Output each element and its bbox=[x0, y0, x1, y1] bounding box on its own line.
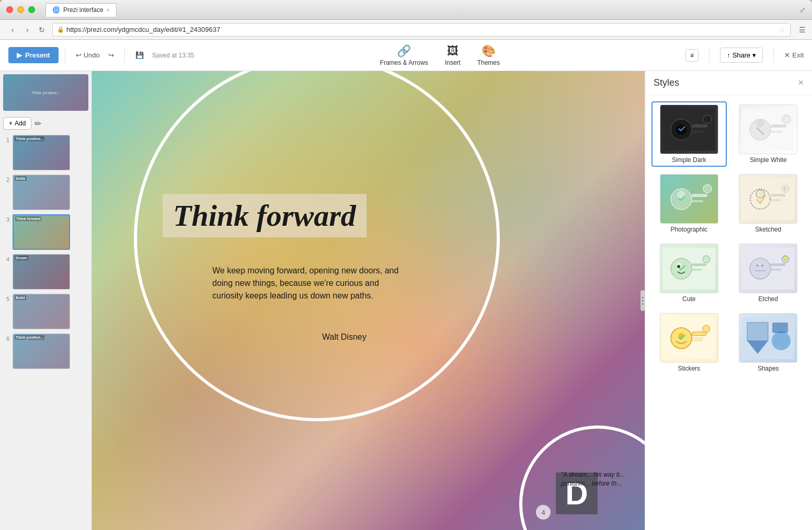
plus-icon: + bbox=[9, 120, 13, 127]
themes-icon: 🎨 bbox=[482, 44, 496, 58]
slide-thumbnail[interactable]: Smile bbox=[13, 175, 70, 210]
svg-point-39 bbox=[783, 256, 787, 260]
maximize-traffic-light[interactable] bbox=[28, 6, 35, 13]
minimize-traffic-light[interactable] bbox=[17, 6, 24, 13]
add-slide-button[interactable]: + Add bbox=[3, 117, 31, 130]
undo-button[interactable]: ↩ Undo bbox=[72, 49, 104, 61]
toolbar-right: ≡ ↑ Share ▾ ✕ Exit bbox=[685, 48, 804, 63]
slide-title-text: Think forward bbox=[173, 199, 356, 233]
slide-item[interactable]: 6 Think positive... bbox=[2, 333, 89, 369]
reload-button[interactable]: ↻ bbox=[36, 24, 48, 36]
svg-point-21 bbox=[756, 190, 764, 198]
toolbar-separator-1 bbox=[65, 48, 65, 63]
exit-x-icon: ✕ bbox=[784, 51, 790, 59]
title-bar: 🌀 Prezi interface × ⤢ bbox=[0, 0, 812, 20]
pen-icon: ✏ bbox=[35, 119, 41, 128]
svg-rect-45 bbox=[692, 338, 702, 341]
tab-close-button[interactable]: × bbox=[107, 7, 110, 13]
svg-rect-51 bbox=[772, 322, 788, 333]
toolbar-separator-3 bbox=[709, 48, 710, 63]
address-bar: ‹ › ↻ 🔒 https://prezi.com/ydgmcdcu_day/e… bbox=[0, 20, 812, 40]
style-item-stickers[interactable]: Stickers bbox=[651, 310, 727, 375]
style-thumb-cute bbox=[660, 244, 718, 293]
themes-button[interactable]: 🎨 Themes bbox=[477, 44, 500, 66]
svg-rect-30 bbox=[692, 263, 706, 266]
style-label-sketched: Sketched bbox=[755, 226, 781, 233]
window-resize-button[interactable]: ⤢ bbox=[799, 6, 806, 14]
pen-button[interactable]: ✏ bbox=[35, 119, 41, 129]
style-label-stickers: Stickers bbox=[678, 365, 700, 372]
share-button[interactable]: ↑ Share ▾ bbox=[720, 48, 763, 63]
exit-button[interactable]: ✕ Exit bbox=[784, 51, 804, 59]
svg-text:?: ? bbox=[784, 187, 786, 192]
frames-arrows-button[interactable]: 🔗 Frames & Arrows bbox=[380, 44, 428, 66]
slide-label: Smile bbox=[15, 176, 27, 181]
forward-button[interactable]: › bbox=[21, 24, 33, 36]
slide-top-preview[interactable]: Think positive... bbox=[3, 74, 88, 111]
address-text: https://prezi.com/ydgmcdcu_day/edit/#1_2… bbox=[66, 26, 777, 33]
insert-icon: 🖼 bbox=[447, 44, 459, 58]
style-thumb-shapes bbox=[739, 313, 797, 363]
slide-list: 1 Think positive... 2 Smile 3 Think bbox=[0, 133, 92, 530]
slide-body[interactable]: We keep moving forward, opening new door… bbox=[212, 264, 406, 302]
slide-thumbnail[interactable]: Build bbox=[13, 294, 70, 329]
slide-item[interactable]: 1 Think positive... bbox=[2, 135, 89, 170]
nav-controls: ‹ › ↻ bbox=[6, 24, 48, 36]
dream-quote: "A dream... his way b... punishm... befo… bbox=[561, 470, 639, 488]
slide-panel-top: Think positive... bbox=[0, 71, 92, 114]
present-button[interactable]: ▶ Present bbox=[8, 47, 59, 63]
save-button[interactable]: 💾 bbox=[131, 49, 148, 61]
frames-arrows-icon: 🔗 bbox=[397, 44, 411, 58]
slide-label: Think forward bbox=[15, 216, 41, 221]
resize-handle[interactable] bbox=[641, 290, 645, 311]
bookmark-icon[interactable]: ☆ bbox=[779, 26, 786, 34]
slide-label: Think positive... bbox=[15, 335, 44, 340]
style-thumb-simple-white bbox=[739, 105, 797, 154]
circle-frame bbox=[134, 71, 500, 421]
slide-thumbnail[interactable]: Think positive... bbox=[13, 135, 70, 170]
browser-menu-icon[interactable]: ☰ bbox=[799, 26, 806, 34]
lock-icon: 🔒 bbox=[57, 26, 64, 33]
toolbar-separator-4 bbox=[773, 48, 774, 63]
undo-icon: ↩ bbox=[76, 51, 82, 59]
insert-label: Insert bbox=[445, 59, 461, 66]
canvas[interactable]: Think forward We keep moving forward, op… bbox=[92, 71, 645, 530]
slide-item[interactable]: 5 Build bbox=[2, 294, 89, 329]
resize-dot bbox=[642, 303, 644, 305]
close-traffic-light[interactable] bbox=[6, 6, 13, 13]
slide-item[interactable]: 2 Smile bbox=[2, 175, 89, 210]
style-label-cute: Cute bbox=[682, 295, 695, 303]
styles-close-button[interactable]: × bbox=[798, 77, 804, 88]
back-button[interactable]: ‹ bbox=[6, 24, 19, 36]
toolbar-menu-button[interactable]: ≡ bbox=[685, 49, 699, 62]
style-item-cute[interactable]: Cute bbox=[651, 240, 727, 306]
slide-item[interactable]: 4 Dream bbox=[2, 254, 89, 290]
slide-title-area[interactable]: Think forward bbox=[163, 194, 367, 237]
resize-dot bbox=[642, 297, 644, 298]
active-tab[interactable]: 🌀 Prezi interface × bbox=[45, 3, 117, 17]
style-item-sketched[interactable]: ? Sketched bbox=[731, 171, 806, 236]
save-icon: 💾 bbox=[135, 51, 144, 59]
style-item-etched[interactable]: < > Etched bbox=[731, 240, 806, 306]
address-input-wrap[interactable]: 🔒 https://prezi.com/ydgmcdcu_day/edit/#1… bbox=[52, 23, 791, 37]
svg-rect-22 bbox=[771, 194, 785, 197]
redo-button[interactable]: ↪ bbox=[104, 49, 118, 61]
insert-button[interactable]: 🖼 Insert bbox=[445, 44, 461, 66]
style-thumb-simple-dark bbox=[660, 105, 718, 154]
style-label-shapes: Shapes bbox=[758, 365, 779, 372]
tab-favicon: 🌀 bbox=[52, 6, 60, 14]
slide-item[interactable]: 3 Think forward bbox=[2, 214, 89, 250]
slide-thumbnail[interactable]: Think forward bbox=[13, 214, 70, 250]
svg-point-5 bbox=[703, 115, 712, 123]
slide-body-text: We keep moving forward, opening new door… bbox=[212, 264, 406, 302]
slide-thumbnail[interactable]: Dream bbox=[13, 254, 70, 290]
svg-rect-10 bbox=[771, 124, 786, 128]
slide-number: 5 bbox=[2, 294, 9, 302]
slide-thumbnail[interactable]: Think positive... bbox=[13, 333, 70, 369]
style-item-simple-dark[interactable]: Simple Dark bbox=[651, 101, 727, 167]
style-thumb-etched: < > bbox=[739, 244, 797, 293]
style-item-shapes[interactable]: Shapes bbox=[731, 310, 806, 375]
style-item-simple-white[interactable]: Simple White bbox=[731, 101, 806, 167]
style-item-photographic[interactable]: Photographic bbox=[651, 171, 727, 236]
svg-point-8 bbox=[756, 119, 764, 128]
